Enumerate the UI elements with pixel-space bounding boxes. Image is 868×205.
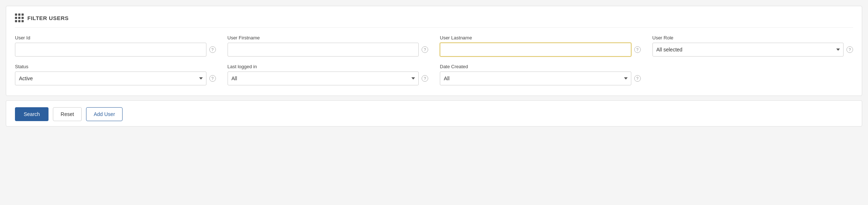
- date-created-input-wrap: All Today This week This month ?: [440, 71, 641, 85]
- search-button[interactable]: Search: [15, 107, 49, 121]
- user-firstname-help-icon: ?: [422, 46, 428, 53]
- status-select-wrap: Active Inactive All: [15, 71, 206, 85]
- filter-row-2: Status Active Inactive All ? Last logged…: [15, 64, 853, 85]
- user-lastname-input[interactable]: [440, 43, 631, 57]
- last-logged-in-select-wrap: All Today This week This month: [228, 71, 419, 85]
- user-id-field: User Id ?: [15, 35, 216, 57]
- user-role-label: User Role: [652, 35, 853, 40]
- date-created-help-icon: ?: [634, 75, 641, 82]
- user-id-input-wrap: ?: [15, 43, 216, 57]
- user-firstname-label: User Firstname: [228, 35, 429, 40]
- date-created-field: Date Created All Today This week This mo…: [440, 64, 641, 85]
- user-role-input-wrap: All selected Admin User Manager ?: [652, 43, 853, 57]
- last-logged-in-label: Last logged in: [228, 64, 429, 69]
- date-created-select[interactable]: All Today This week This month: [440, 71, 631, 85]
- user-role-help-icon: ?: [846, 46, 853, 53]
- user-firstname-field: User Firstname ?: [228, 35, 429, 57]
- last-logged-in-field: Last logged in All Today This week This …: [228, 64, 429, 85]
- status-help-icon: ?: [209, 75, 216, 82]
- user-firstname-input[interactable]: [228, 43, 419, 57]
- filter-header: FILTER USERS: [15, 13, 853, 28]
- status-select[interactable]: Active Inactive All: [15, 71, 206, 85]
- user-role-select-wrap: All selected Admin User Manager: [652, 43, 844, 57]
- status-field: Status Active Inactive All ?: [15, 64, 216, 85]
- user-lastname-field: User Lastname ?: [440, 35, 641, 57]
- user-role-select[interactable]: All selected Admin User Manager: [652, 43, 844, 57]
- status-label: Status: [15, 64, 216, 69]
- reset-button[interactable]: Reset: [53, 107, 82, 121]
- user-lastname-input-wrap: ?: [440, 43, 641, 57]
- user-lastname-help-icon: ?: [634, 46, 641, 53]
- buttons-row: Search Reset Add User: [15, 107, 123, 121]
- add-user-button[interactable]: Add User: [86, 107, 123, 121]
- last-logged-in-help-icon: ?: [422, 75, 428, 82]
- grid-icon: [15, 13, 24, 22]
- filter-row-1: User Id ? User Firstname ? User Lastname…: [15, 35, 853, 57]
- user-id-label: User Id: [15, 35, 216, 40]
- filter-users-title: FILTER USERS: [27, 15, 69, 21]
- status-input-wrap: Active Inactive All ?: [15, 71, 216, 85]
- user-lastname-label: User Lastname: [440, 35, 641, 40]
- user-id-help-icon: ?: [209, 46, 216, 53]
- last-logged-in-select[interactable]: All Today This week This month: [228, 71, 419, 85]
- user-firstname-input-wrap: ?: [228, 43, 429, 57]
- date-created-select-wrap: All Today This week This month: [440, 71, 631, 85]
- user-role-field: User Role All selected Admin User Manage…: [652, 35, 853, 57]
- user-id-input[interactable]: [15, 43, 206, 57]
- date-created-label: Date Created: [440, 64, 641, 69]
- bottom-section: Search Reset Add User: [6, 100, 862, 127]
- last-logged-in-input-wrap: All Today This week This month ?: [228, 71, 429, 85]
- filter-users-card: FILTER USERS User Id ? User Firstname ? …: [6, 6, 862, 96]
